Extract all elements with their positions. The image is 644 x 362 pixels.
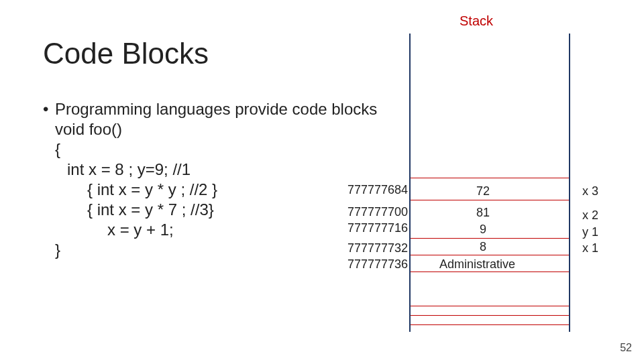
stack-line <box>411 200 569 200</box>
stack-line <box>411 306 569 306</box>
stack-box <box>409 34 570 332</box>
slide-title: Code Blocks <box>43 37 209 70</box>
stack-value: 72 <box>463 184 503 198</box>
stack-line <box>411 255 569 255</box>
stack-var-label: x 2 <box>582 208 598 223</box>
body-line-2: void foo() <box>43 119 377 139</box>
stack-address: 777777700 <box>341 205 408 219</box>
stack-value: 81 <box>463 206 503 220</box>
stack-address: 777777732 <box>341 241 408 255</box>
stack-line <box>411 324 569 325</box>
body-line-8: } <box>43 240 377 260</box>
stack-address: 777777684 <box>341 183 408 197</box>
stack-address: 777777716 <box>341 221 408 235</box>
body-line-7: x = y + 1; <box>43 220 377 240</box>
body-line-4: int x = 8 ; y=9; //1 <box>43 160 377 180</box>
stack-line <box>411 272 569 272</box>
body-line-6: { int x = y * 7 ; //3} <box>43 200 377 220</box>
stack-line <box>411 238 569 239</box>
stack-heading: Stack <box>460 13 493 29</box>
body-content: • Programming languages provide code blo… <box>43 99 377 260</box>
stack-address: 777777736 <box>341 257 408 272</box>
body-line-5: { int x = y * y ; //2 } <box>43 180 377 200</box>
stack-admin-label: Administrative <box>439 257 515 272</box>
page-number: 52 <box>620 342 632 354</box>
stack-line <box>411 178 569 178</box>
stack-var-label: x 1 <box>582 241 598 255</box>
stack-value: 9 <box>463 223 503 237</box>
bullet-dot: • <box>43 99 55 119</box>
stack-value: 8 <box>463 240 503 254</box>
stack-var-label: y 1 <box>582 225 598 239</box>
stack-var-label: x 3 <box>582 184 598 198</box>
body-line-3: { <box>43 139 377 160</box>
body-line-1: Programming languages provide code block… <box>55 99 377 119</box>
stack-line <box>411 315 569 316</box>
